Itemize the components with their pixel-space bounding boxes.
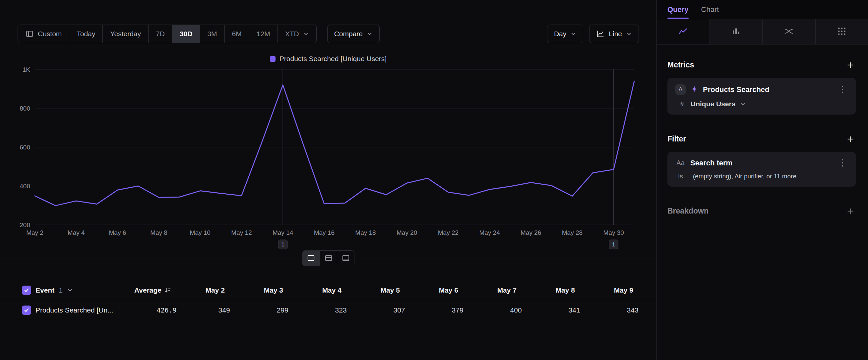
- check-icon: [24, 307, 30, 313]
- layout-split-button[interactable]: [302, 251, 320, 266]
- date-range-custom-button[interactable]: Custom: [18, 25, 69, 43]
- granularity-dropdown[interactable]: Day: [547, 25, 583, 43]
- chart-type-more-tab[interactable]: [815, 19, 868, 44]
- date-column-header: May 3: [225, 286, 283, 294]
- results-table: Event 1 Average May 2 May 3 May 4 May 5: [0, 280, 656, 320]
- row-name: Products Searched [Un...: [35, 306, 114, 314]
- date-range-xtd-button[interactable]: XTD: [278, 25, 316, 43]
- svg-text:1: 1: [281, 242, 284, 248]
- metrics-title: Metrics: [668, 60, 694, 70]
- add-breakdown-button[interactable]: +: [845, 205, 856, 217]
- svg-text:May 10: May 10: [190, 229, 211, 236]
- event-header-label: Event: [35, 286, 54, 294]
- metric-card[interactable]: A Products Searched ⋮ # Unique Users: [668, 78, 856, 115]
- svg-text:May 16: May 16: [314, 229, 335, 236]
- svg-text:200: 200: [20, 222, 30, 228]
- tab-chart[interactable]: Chart: [701, 0, 719, 19]
- add-filter-button[interactable]: +: [845, 133, 856, 144]
- grid-dots-icon: [837, 26, 847, 37]
- average-header-cell[interactable]: Average: [108, 286, 172, 294]
- filter-section-header: Filter +: [668, 133, 856, 144]
- row-label-cell: Products Searched [Un...: [22, 306, 114, 315]
- chevron-down-icon[interactable]: [67, 287, 73, 293]
- date-range-yesterday-button[interactable]: Yesterday: [102, 25, 148, 43]
- main-panel: Custom Today Yesterday 7D 30D 3M 6M 12M …: [0, 0, 656, 360]
- svg-text:May 20: May 20: [397, 229, 417, 236]
- custom-date-icon: [25, 30, 34, 38]
- metric-kebab-menu[interactable]: ⋮: [837, 85, 848, 94]
- date-range-7d-button[interactable]: 7D: [148, 25, 172, 43]
- svg-text:800: 800: [20, 105, 30, 112]
- layout-bottom-pane-icon: [341, 254, 350, 264]
- query-builder: Metrics + A Products Searched ⋮ # Unique…: [657, 45, 868, 224]
- metric-aggregation-row: # Unique Users: [675, 100, 848, 108]
- chevron-down-icon: [303, 31, 309, 37]
- aggregation-label[interactable]: Unique Users: [691, 100, 735, 108]
- svg-text:May 4: May 4: [68, 229, 85, 236]
- svg-text:May 30: May 30: [603, 229, 624, 236]
- metric-card-main-row: A Products Searched ⋮: [675, 84, 848, 95]
- filter-condition-row: Is (empty string), Air purifier, or 11 m…: [675, 173, 848, 180]
- date-column-header: May 8: [517, 286, 575, 294]
- compare-button[interactable]: Compare: [327, 25, 380, 43]
- chart-style-dropdown[interactable]: Line: [589, 25, 639, 43]
- metric-name: Products Searched: [703, 85, 832, 94]
- row-value: 400: [464, 306, 522, 314]
- svg-text:May 22: May 22: [438, 229, 459, 236]
- row-value: 323: [288, 306, 347, 314]
- filter-property-name: Search term: [690, 159, 832, 167]
- average-header-label: Average: [134, 286, 161, 294]
- date-range-12m-button[interactable]: 12M: [249, 25, 278, 43]
- row-value: 299: [230, 306, 288, 314]
- row-value: 343: [580, 306, 639, 314]
- svg-text:May 18: May 18: [355, 229, 376, 236]
- metric-letter-badge: A: [675, 84, 686, 95]
- filter-kebab-menu[interactable]: ⋮: [837, 159, 848, 167]
- date-range-6m-button[interactable]: 6M: [224, 25, 249, 43]
- date-range-today-button[interactable]: Today: [69, 25, 102, 43]
- sidebar-tab-bar: Query Chart: [657, 0, 868, 19]
- row-value: 307: [347, 306, 405, 314]
- chart-type-line-tab[interactable]: [657, 19, 710, 44]
- layout-bottom-button[interactable]: [337, 251, 354, 266]
- toolbar: Custom Today Yesterday 7D 30D 3M 6M 12M …: [0, 25, 656, 43]
- row-average-cell: 426.9: [114, 306, 177, 314]
- chart-legend: Products Searched [Unique Users]: [0, 54, 656, 64]
- date-range-30d-button[interactable]: 30D: [172, 25, 200, 43]
- line-chart-icon: [678, 26, 688, 37]
- row-value: 341: [522, 306, 580, 314]
- svg-text:May 12: May 12: [231, 229, 252, 236]
- breakdown-section-header: Breakdown +: [668, 205, 856, 217]
- chevron-down-icon: [626, 31, 632, 37]
- line-chart[interactable]: 1K800600400200May 2May 4May 6May 8May 10…: [18, 64, 639, 250]
- tab-query[interactable]: Query: [668, 0, 689, 19]
- app-root: Custom Today Yesterday 7D 30D 3M 6M 12M …: [0, 0, 868, 360]
- row-checkbox[interactable]: [22, 306, 31, 315]
- filter-operator[interactable]: Is: [678, 173, 683, 180]
- chevron-down-icon: [570, 31, 576, 37]
- filter-card[interactable]: Aa Search term ⋮ Is (empty string), Air …: [668, 152, 856, 187]
- chart-type-bar-tab[interactable]: [710, 19, 763, 44]
- flows-icon: [784, 26, 794, 37]
- chart-style-label: Line: [609, 30, 622, 38]
- event-header-cell: Event 1: [22, 286, 108, 295]
- chevron-down-icon: [367, 31, 373, 37]
- check-icon: [24, 287, 30, 293]
- select-all-checkbox[interactable]: [22, 286, 31, 295]
- date-column-header: May 9: [575, 286, 633, 294]
- layout-split-icon: [307, 254, 315, 264]
- layout-top-button[interactable]: [320, 251, 337, 266]
- add-metric-button[interactable]: +: [845, 59, 856, 71]
- svg-text:May 2: May 2: [26, 229, 43, 236]
- filter-value[interactable]: (empty string), Air purifier, or 11 more: [693, 173, 796, 180]
- date-range-3m-button[interactable]: 3M: [199, 25, 224, 43]
- layout-toggle-group: [302, 250, 354, 266]
- svg-text:May 28: May 28: [562, 229, 583, 236]
- date-column-header: May 4: [283, 286, 341, 294]
- row-value: 379: [405, 306, 464, 314]
- chevron-down-icon[interactable]: [740, 101, 746, 107]
- row-value: 349: [184, 306, 230, 314]
- chart-type-flows-tab[interactable]: [762, 19, 815, 44]
- svg-text:1: 1: [612, 242, 615, 248]
- date-range-control: Custom Today Yesterday 7D 30D 3M 6M 12M …: [18, 25, 317, 43]
